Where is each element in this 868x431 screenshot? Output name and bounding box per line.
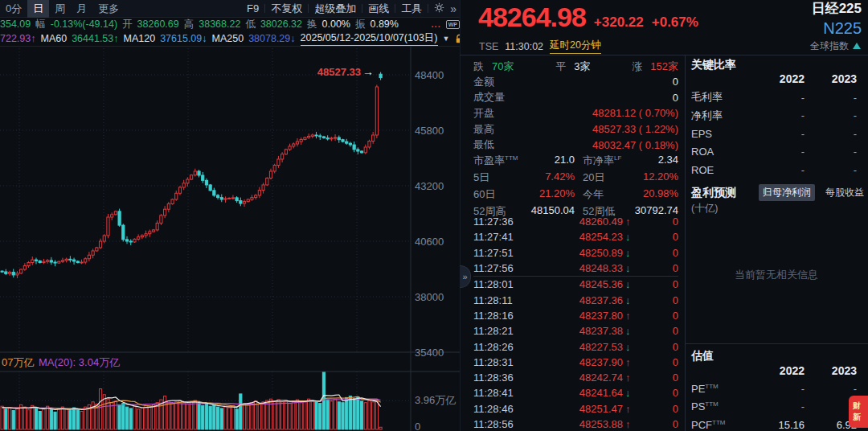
- ratio-label: 20日: [583, 170, 604, 185]
- tape-row[interactable]: 11:28:5648253.88↑0: [473, 417, 678, 431]
- forecast-tab-1[interactable]: 每股收益: [821, 184, 868, 201]
- amplitude-value: 0.89%: [370, 18, 398, 30]
- symbol-block: 日经225 N225 全球指数: [810, 0, 862, 53]
- period-tab-日[interactable]: 日: [27, 0, 49, 18]
- downtick-arrow-icon: ↓: [625, 341, 637, 353]
- ratio-label: 5日: [473, 170, 489, 185]
- row-value: -: [805, 92, 857, 104]
- promo-badge[interactable]: 财新: [849, 396, 868, 428]
- toolbar-item-F9[interactable]: F9: [247, 2, 259, 14]
- divider: [460, 55, 868, 55]
- period-tab-0分[interactable]: 0分: [0, 0, 27, 18]
- ratio-label: 今年: [583, 187, 604, 202]
- chart-svg[interactable]: 4840045800432004060038000354003.96万亿0485…: [0, 47, 460, 431]
- tape-time: 11:28:16: [473, 310, 523, 322]
- stat-row: 最高48527.33 ( 1.22%): [473, 121, 678, 138]
- svg-text:0: 0: [415, 421, 420, 431]
- tape-row[interactable]: 11:28:3648242.74↑0: [473, 370, 678, 385]
- price-change: +320.22: [594, 14, 644, 31]
- ratio-label: 市盈率TTM: [473, 154, 518, 168]
- collapse-toolbar-icon[interactable]: »: [450, 2, 457, 15]
- period-tab-月[interactable]: 月: [71, 0, 92, 18]
- amplitude-label: 振: [355, 18, 366, 31]
- tape-time: 11:27:36: [473, 216, 523, 228]
- svg-text:MA(20): 3.04万亿: MA(20): 3.04万亿: [39, 356, 120, 368]
- symbol-name: 日经225: [810, 0, 862, 18]
- unchanged: 平3家: [555, 60, 590, 74]
- tape-price: 48245.36: [523, 278, 623, 290]
- tape-volume: 0: [637, 216, 678, 228]
- tape-row[interactable]: 11:28:0148245.36↓0: [473, 276, 678, 292]
- more-indicator[interactable]: ...: [432, 19, 441, 29]
- tape-row[interactable]: 11:28:2648227.53↓0: [473, 339, 678, 354]
- gear-icon[interactable]: [434, 2, 444, 15]
- tape-volume: 0: [637, 356, 678, 368]
- valuation-rows: PETTM--PSTTM--PCFTTM15.166.92: [691, 380, 857, 431]
- tape-price: 48227.53: [523, 341, 623, 353]
- tape-row[interactable]: 11:27:3648260.49↑0: [473, 214, 678, 229]
- exchange-label: TSE: [479, 41, 498, 52]
- chart-toolbar: 0分日周月更多 F9不复权超级叠加画线工具»: [0, 0, 460, 18]
- wp-window-icon[interactable]: WP: [446, 20, 460, 29]
- tape-price: 48237.90: [523, 356, 623, 368]
- tape-row[interactable]: 11:28:4648251.47↑0: [473, 401, 678, 417]
- downtick-arrow-icon: ↓: [625, 294, 637, 306]
- forecast-tab-0[interactable]: 归母净利润: [759, 184, 815, 201]
- period-tab-周[interactable]: 周: [49, 0, 71, 18]
- stat-value: 0: [673, 76, 678, 88]
- uptick-arrow-icon: ↑: [625, 371, 637, 384]
- tape-volume: 0: [637, 325, 678, 337]
- ma120-label: MA120: [124, 33, 156, 44]
- uptick-arrow-icon: ↑: [625, 403, 637, 415]
- tape-row[interactable]: 11:28:4148241.64↓0: [473, 385, 678, 400]
- uptick-arrow-icon: ↑: [625, 418, 637, 430]
- tape-volume: 0: [637, 387, 678, 399]
- row-label: ROE: [691, 164, 752, 176]
- tape-time: 11:28:36: [473, 371, 523, 384]
- downtick-arrow-icon: ↓: [625, 278, 637, 290]
- toolbar-item-不复权[interactable]: 不复权: [271, 2, 302, 16]
- toolbar-item-画线[interactable]: 画线: [368, 2, 389, 16]
- ratio-pair-row: 市盈率TTM21.0市净率LF2.34: [473, 152, 678, 169]
- exchange-time-row: TSE 11:30:02 延时20分钟: [479, 39, 601, 54]
- toolbar-separator: [308, 4, 309, 13]
- toolbar-item-工具[interactable]: 工具: [401, 2, 422, 16]
- row-value: -: [752, 92, 805, 104]
- date-range-selector[interactable]: 2025/05/12-2025/10/07(103日): [301, 31, 438, 46]
- tape-price: 48242.74: [523, 371, 623, 384]
- chevron-down-icon[interactable]: ▼: [443, 35, 450, 43]
- unlock-icon[interactable]: [454, 34, 460, 44]
- period-tab-更多[interactable]: 更多: [92, 0, 125, 18]
- table-row: 净利率--: [691, 107, 857, 125]
- tape-row[interactable]: 11:27:5648248.33↓0: [473, 261, 678, 276]
- tape-row[interactable]: 11:27:4148254.23↓0: [473, 229, 678, 244]
- tape-price: 48237.80: [523, 310, 623, 322]
- row-value: -: [805, 128, 857, 140]
- tape-row[interactable]: 11:27:5148250.89↓0: [473, 245, 678, 261]
- tape-row[interactable]: 11:28:3148237.90↑0: [473, 355, 678, 370]
- ma60-label: MA60: [40, 33, 67, 44]
- ma-info-row: 722.93↑ MA60 36441.53↑ MA120 37615.09↓ M…: [0, 31, 460, 47]
- candlestick-chart[interactable]: 4840045800432004060038000354003.96万亿0485…: [0, 47, 460, 431]
- ratio-value: 20.98%: [643, 187, 678, 202]
- ma250-value: 38078.29↓: [248, 33, 295, 44]
- row-value: -: [805, 164, 857, 176]
- panel-collapse-handle[interactable]: »: [460, 265, 471, 288]
- tape-row[interactable]: 11:28:2148237.38↓0: [473, 323, 678, 339]
- svg-text:48400: 48400: [415, 69, 444, 81]
- forecast-tabs: 归母净利润每股收益: [759, 184, 868, 201]
- row-value: -: [752, 109, 805, 121]
- toolbar-item-超级叠加[interactable]: 超级叠加: [314, 2, 356, 16]
- ma120-value: 37615.09↓: [160, 33, 207, 44]
- prev-close-partial: 354.09: [0, 18, 31, 30]
- toolbar-separator: [264, 4, 265, 13]
- row-label-sup: TTM: [705, 400, 718, 408]
- tape-row[interactable]: 11:28:1648237.80↑0: [473, 308, 678, 323]
- ratio-value: 2.34: [658, 154, 678, 168]
- tape-time: 11:28:01: [473, 278, 523, 290]
- tape-time: 11:28:46: [473, 403, 523, 415]
- tape-row[interactable]: 11:28:1148237.36↓0: [473, 292, 678, 307]
- empty-state-text: 当前暂无相关信息: [685, 268, 868, 282]
- symbol-code: N225: [810, 18, 862, 39]
- open-label: 开: [122, 18, 133, 31]
